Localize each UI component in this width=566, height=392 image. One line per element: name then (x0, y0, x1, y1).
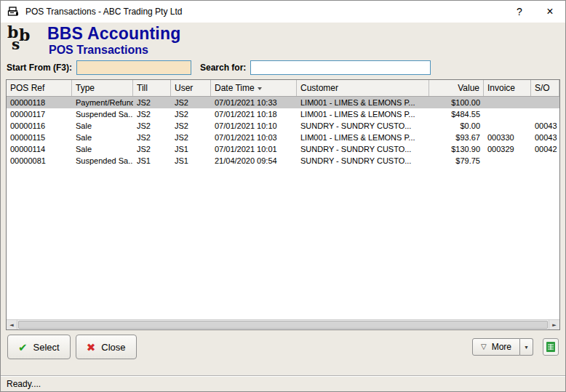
table-cell: JS2 (171, 110, 211, 119)
select-button-label: Select (33, 342, 60, 353)
app-name: BBS Accounting (47, 25, 180, 43)
pos-app-icon (7, 6, 20, 18)
transactions-table: POS RefTypeTillUserDate TimeCustomerValu… (6, 79, 560, 330)
column-header-value[interactable]: Value (429, 80, 484, 96)
scroll-left-arrow[interactable]: ◄ (7, 320, 17, 329)
table-row[interactable]: 00000081Suspended Sa...JS1JS121/04/2020 … (7, 155, 559, 167)
sort-indicator-icon (258, 87, 262, 90)
table-cell: JS2 (171, 133, 211, 142)
table-cell: JS1 (171, 156, 211, 165)
column-header-user[interactable]: User (171, 80, 211, 96)
table-cell: Sale (72, 145, 133, 153)
status-text: Ready.... (7, 379, 41, 389)
table-cell: 07/01/2021 10:33 (211, 98, 297, 107)
table-cell: 00043 (531, 133, 559, 142)
table-cell: Suspended Sa... (72, 156, 133, 165)
table-cell: JS2 (133, 110, 171, 119)
scroll-right-arrow[interactable]: ► (549, 320, 559, 329)
page-title: POS Transactions (49, 43, 180, 57)
filter-icon: ▽ (481, 343, 487, 351)
table-cell: Sale (72, 133, 133, 142)
table-cell: JS2 (133, 121, 171, 130)
more-button-label: More (492, 342, 511, 352)
table-cell: $130.90 (429, 145, 484, 153)
more-button[interactable]: ▽ More (472, 338, 520, 356)
filter-row: Start From (F3): Search for: (1, 59, 565, 79)
table-row[interactable]: 00000114SaleJS2JS107/01/2021 10:01SUNDRY… (7, 143, 559, 155)
table-row[interactable]: 00000118Payment/RefundJS2JS207/01/2021 1… (7, 97, 559, 108)
column-header-date-time[interactable]: Date Time (211, 80, 297, 96)
scrollbar-thumb[interactable] (18, 321, 548, 329)
window-title: POS Transactions - ABC Trading Pty Ltd (25, 7, 182, 17)
table-cell: 00000114 (7, 145, 72, 153)
table-cell: 00043 (531, 121, 559, 130)
table-header: POS RefTypeTillUserDate TimeCustomerValu… (7, 80, 559, 97)
horizontal-scrollbar: ◄ ► (7, 319, 559, 329)
table-cell: SUNDRY - SUNDRY CUSTO... (297, 156, 429, 165)
check-icon: ✔ (18, 342, 28, 353)
spacer (1, 364, 565, 375)
close-button-label: Close (101, 342, 125, 353)
table-cell: 00000116 (7, 121, 72, 130)
logo-letter: s (12, 36, 20, 53)
bbs-logo: b b s (7, 25, 40, 56)
table-cell: 000330 (484, 133, 531, 142)
export-spreadsheet-button[interactable] (543, 338, 559, 356)
more-cluster: ▽ More ▼ (472, 338, 559, 356)
table-cell: 07/01/2021 10:18 (211, 110, 297, 119)
start-from-label: Start From (F3): (7, 63, 72, 73)
more-dropdown-button[interactable]: ▼ (520, 338, 533, 356)
window-controls: ? × (504, 1, 565, 23)
table-cell: 00000081 (7, 156, 72, 165)
table-row[interactable]: 00000115SaleJS2JS207/01/2021 10:03LIM001… (7, 132, 559, 143)
table-cell: LIM001 - LIMES & LEMONS P... (297, 133, 429, 142)
table-cell: 00000115 (7, 133, 72, 142)
table-cell: 07/01/2021 10:03 (211, 133, 297, 142)
table-cell: LIM001 - LIMES & LEMONS P... (297, 110, 429, 119)
column-header-invoice[interactable]: Invoice (484, 80, 531, 96)
table-cell: 00042 (531, 145, 559, 153)
brand-text: BBS Accounting POS Transactions (47, 25, 180, 57)
table-cell: 21/04/2020 09:54 (211, 156, 297, 165)
column-header-s-o[interactable]: S/O (531, 80, 559, 96)
brand-header: b b s BBS Accounting POS Transactions (1, 23, 565, 59)
table-cell: 000329 (484, 145, 531, 153)
column-header-type[interactable]: Type (72, 80, 133, 96)
table-row[interactable]: 00000116SaleJS2JS207/01/2021 10:10SUNDRY… (7, 120, 559, 132)
table-row[interactable]: 00000117Suspended Sa...JS2JS207/01/2021 … (7, 108, 559, 120)
logo-letter: b (19, 25, 30, 44)
table-cell: JS2 (133, 133, 171, 142)
column-header-customer[interactable]: Customer (297, 80, 429, 96)
table-cell: JS2 (171, 98, 211, 107)
close-button[interactable]: ✖ Close (76, 335, 137, 359)
red-cross-icon: ✖ (87, 342, 96, 353)
spreadsheet-icon (546, 341, 556, 353)
close-window-button[interactable]: × (535, 1, 565, 23)
table-cell: JS2 (171, 121, 211, 130)
table-cell: $100.00 (429, 98, 484, 107)
search-input[interactable] (250, 60, 431, 75)
table-cell: LIM001 - LIMES & LEMONS P... (297, 98, 429, 107)
status-bar: Ready.... (1, 375, 565, 391)
column-header-till[interactable]: Till (133, 80, 171, 96)
table-cell: $93.67 (429, 133, 484, 142)
column-header-pos-ref[interactable]: POS Ref (7, 80, 72, 96)
table-cell: $0.00 (429, 121, 484, 130)
table-cell: 00000117 (7, 110, 72, 119)
table-cell: JS2 (133, 98, 171, 107)
table-cell: 07/01/2021 10:01 (211, 145, 297, 153)
table-cell: JS1 (133, 156, 171, 165)
select-button[interactable]: ✔ Select (7, 335, 71, 359)
table-cell: 00000118 (7, 98, 72, 107)
table-cell: JS2 (133, 145, 171, 153)
table-cell: $79.75 (429, 156, 484, 165)
start-from-input[interactable] (76, 60, 191, 75)
help-button[interactable]: ? (504, 1, 535, 23)
table-cell: $484.55 (429, 110, 484, 119)
title-bar: POS Transactions - ABC Trading Pty Ltd ?… (1, 1, 565, 23)
table-cell: JS1 (171, 145, 211, 153)
table-cell: SUNDRY - SUNDRY CUSTO... (297, 145, 429, 153)
pos-transactions-window: POS Transactions - ABC Trading Pty Ltd ?… (0, 0, 566, 392)
table-cell: Payment/Refund (72, 98, 133, 107)
table-body: 00000118Payment/RefundJS2JS207/01/2021 1… (7, 97, 559, 319)
